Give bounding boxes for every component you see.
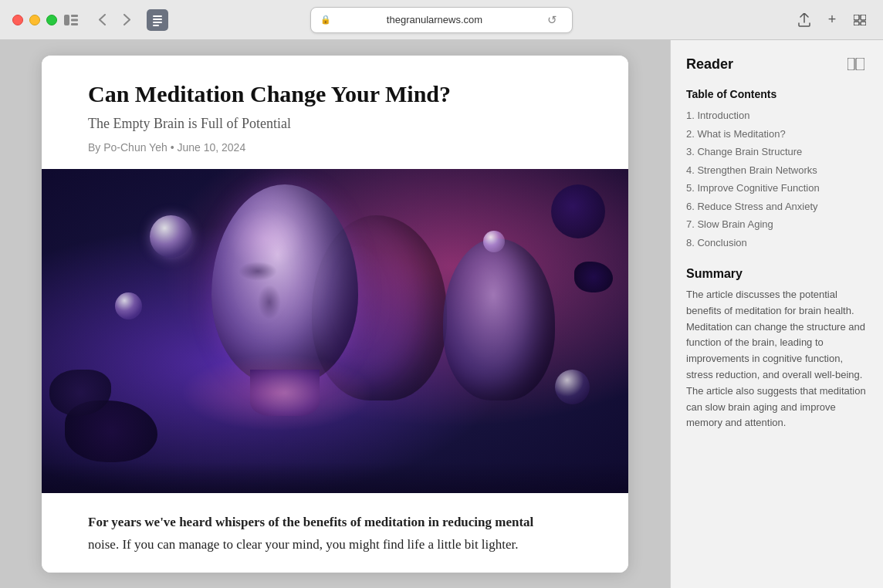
svg-rect-13 xyxy=(856,58,864,70)
article-panel: Can Meditation Change Your Mind? The Emp… xyxy=(0,40,670,588)
maximize-button[interactable] xyxy=(46,15,57,25)
forward-button[interactable] xyxy=(116,12,137,29)
tab-overview-button[interactable] xyxy=(849,12,871,29)
close-button[interactable] xyxy=(12,15,23,25)
toc-item-4[interactable]: 4. Strengthen Brain Networks xyxy=(686,161,868,180)
main-area: Can Meditation Change Your Mind? The Emp… xyxy=(0,40,883,588)
reader-view-toggle[interactable] xyxy=(844,56,868,73)
address-text[interactable]: thegranularnews.com xyxy=(336,14,533,25)
toc-item-3[interactable]: 3. Change Brain Structure xyxy=(686,143,868,161)
toc-section: Table of Contents 1. Introduction 2. Wha… xyxy=(686,88,868,252)
titlebar: 🔒 thegranularnews.com ↺ + xyxy=(0,0,883,40)
svg-rect-9 xyxy=(861,15,866,20)
svg-rect-0 xyxy=(64,15,69,25)
article-byline: By Po-Chun Yeh • June 10, 2024 xyxy=(88,141,582,154)
traffic-lights xyxy=(12,15,57,25)
toc-item-2[interactable]: 2. What is Meditation? xyxy=(686,125,868,144)
article-body-bold: For years we've heard whispers of the be… xyxy=(88,515,533,529)
summary-heading: Summary xyxy=(686,267,868,281)
reader-panel-title: Reader xyxy=(686,56,733,73)
toc-item-7[interactable]: 7. Slow Brain Aging xyxy=(686,215,868,234)
svg-rect-7 xyxy=(153,25,159,26)
nav-controls xyxy=(91,12,137,29)
article-body-line2: noise. If you can manage to clear your m… xyxy=(88,537,519,552)
article-title: Can Meditation Change Your Mind? xyxy=(88,80,582,108)
svg-rect-2 xyxy=(71,19,78,21)
svg-rect-4 xyxy=(153,15,162,17)
article-body: For years we've heard whispers of the be… xyxy=(42,493,628,573)
share-button[interactable] xyxy=(793,12,815,29)
sidebar-toggle-button[interactable] xyxy=(60,12,82,29)
svg-rect-1 xyxy=(71,15,78,17)
svg-rect-11 xyxy=(861,22,866,25)
toc-item-6[interactable]: 6. Reduce Stress and Anxiety xyxy=(686,198,868,216)
article-card: Can Meditation Change Your Mind? The Emp… xyxy=(42,56,628,573)
minimize-button[interactable] xyxy=(29,15,40,25)
back-button[interactable] xyxy=(91,12,113,29)
svg-rect-8 xyxy=(854,15,859,20)
titlebar-right-controls: + xyxy=(793,12,871,29)
article-hero-image xyxy=(42,169,628,493)
reader-header: Reader xyxy=(686,56,868,73)
article-header: Can Meditation Change Your Mind? The Emp… xyxy=(42,56,628,169)
reader-sidebar: Reader Table of Contents 1. Introduction… xyxy=(670,40,883,588)
svg-rect-5 xyxy=(153,19,162,20)
svg-rect-6 xyxy=(153,22,162,23)
toc-heading: Table of Contents xyxy=(686,88,868,100)
reload-button[interactable]: ↺ xyxy=(541,12,563,29)
summary-text: The article discusses the potential bene… xyxy=(686,287,868,431)
new-tab-button[interactable]: + xyxy=(821,12,843,29)
svg-rect-10 xyxy=(854,22,859,25)
article-body-text: For years we've heard whispers of the be… xyxy=(88,512,582,556)
toc-item-5[interactable]: 5. Improve Cognitive Function xyxy=(686,179,868,198)
toc-list: 1. Introduction 2. What is Meditation? 3… xyxy=(686,106,868,252)
address-bar-container: 🔒 thegranularnews.com ↺ xyxy=(310,7,573,33)
lock-icon: 🔒 xyxy=(320,15,331,25)
summary-section: Summary The article discusses the potent… xyxy=(686,267,868,431)
byline-date: June 10, 2024 xyxy=(177,141,245,154)
toc-item-8[interactable]: 8. Conclusion xyxy=(686,234,868,252)
svg-rect-12 xyxy=(847,58,854,70)
toc-item-1[interactable]: 1. Introduction xyxy=(686,106,868,125)
byline-author: By Po-Chun Yeh xyxy=(88,141,167,154)
address-bar[interactable]: 🔒 thegranularnews.com ↺ xyxy=(310,7,573,33)
article-subtitle: The Empty Brain is Full of Potential xyxy=(88,116,582,132)
svg-rect-3 xyxy=(71,23,78,25)
